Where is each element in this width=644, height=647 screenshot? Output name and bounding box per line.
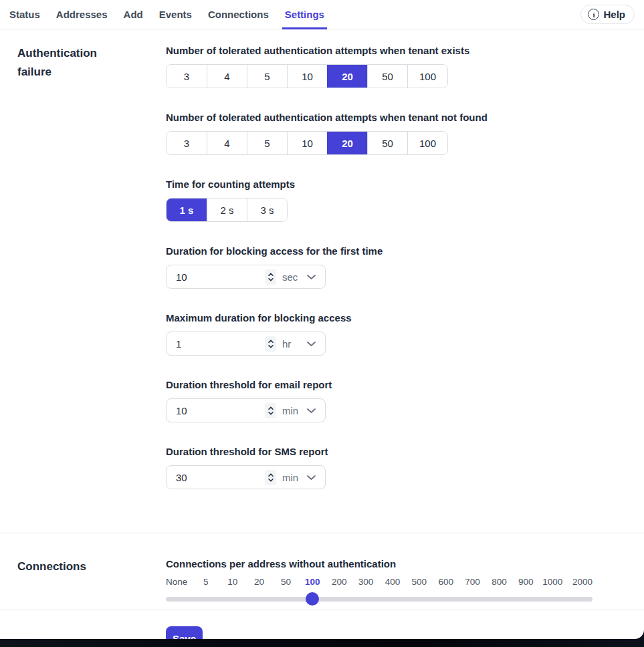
segment-option-10[interactable]: 10 xyxy=(287,65,327,88)
slider-tick-900[interactable]: 900 xyxy=(512,576,539,588)
top-nav: Status Addresses Add Events Connections … xyxy=(0,0,644,29)
stepper-icon[interactable] xyxy=(265,336,276,352)
slider-tick-none[interactable]: None xyxy=(166,576,193,588)
slider-tick-10[interactable]: 10 xyxy=(219,576,246,588)
label-sms-report: Duration threshold for SMS report xyxy=(166,445,644,459)
slider-tick-5[interactable]: 5 xyxy=(193,576,219,588)
group-tenant-exists: Number of tolerated authentication attem… xyxy=(166,44,644,88)
segment-option-3[interactable]: 3 xyxy=(167,132,207,154)
group-email-report: Duration threshold for email report min xyxy=(166,378,644,422)
section-heading-connections: Connections xyxy=(17,557,118,576)
info-circle-icon: i xyxy=(588,9,599,20)
sms-report-value-input[interactable] xyxy=(176,472,265,483)
segment-option-20[interactable]: 20 xyxy=(327,65,367,88)
segmented-counting-time: 1 s2 s3 s xyxy=(166,198,288,222)
slider-tick-50[interactable]: 50 xyxy=(273,576,300,588)
segment-option-5[interactable]: 5 xyxy=(247,132,287,154)
slider-tick-800[interactable]: 800 xyxy=(486,576,513,588)
help-button[interactable]: i Help xyxy=(580,5,635,24)
slider-tick-20[interactable]: 20 xyxy=(246,576,273,588)
group-counting-time: Time for counting attempts 1 s2 s3 s xyxy=(166,178,644,222)
segment-option-20[interactable]: 20 xyxy=(327,132,367,154)
slider-tick-2000[interactable]: 2000 xyxy=(566,576,593,588)
tab-addresses[interactable]: Addresses xyxy=(56,0,108,29)
segment-option-3[interactable]: 3 xyxy=(167,65,207,88)
tab-connections[interactable]: Connections xyxy=(208,0,269,29)
segment-option-100[interactable]: 100 xyxy=(407,65,447,88)
section-heading-authentication-failure: Authentication failure xyxy=(17,44,118,82)
label-email-report: Duration threshold for email report xyxy=(166,378,644,392)
segment-option-10[interactable]: 10 xyxy=(287,132,327,154)
block-max-value-input[interactable] xyxy=(176,338,265,350)
stepper-icon[interactable] xyxy=(265,403,276,418)
slider-tick-300[interactable]: 300 xyxy=(352,576,379,588)
group-block-max: Maximum duration for blocking access hr xyxy=(166,311,644,356)
segmented-tenant-not-found: 345102050100 xyxy=(166,131,448,155)
stepper-icon[interactable] xyxy=(265,269,276,285)
slider-tick-500[interactable]: 500 xyxy=(406,576,433,588)
segment-option-4[interactable]: 4 xyxy=(207,132,247,154)
label-tenant-not-found: Number of tolerated authentication attem… xyxy=(166,111,644,124)
segment-option-50[interactable]: 50 xyxy=(367,65,407,88)
tab-events[interactable]: Events xyxy=(159,0,192,29)
segment-option-100[interactable]: 100 xyxy=(407,132,447,154)
chevron-down-icon[interactable] xyxy=(306,341,316,347)
label-counting-time: Time for counting attempts xyxy=(166,178,644,191)
settings-page: Status Addresses Add Events Connections … xyxy=(0,0,644,639)
duration-field-email-report: min xyxy=(166,398,326,422)
tab-status[interactable]: Status xyxy=(9,0,40,29)
slider-tick-400[interactable]: 400 xyxy=(379,576,406,588)
sms-report-unit: min xyxy=(282,472,306,483)
segment-option-1-s[interactable]: 1 s xyxy=(167,199,207,221)
chevron-down-icon[interactable] xyxy=(306,274,316,280)
tab-settings[interactable]: Settings xyxy=(285,0,324,29)
segment-option-4[interactable]: 4 xyxy=(207,65,247,88)
slider-handle[interactable] xyxy=(306,592,319,606)
slider-tick-700[interactable]: 700 xyxy=(459,576,486,588)
duration-field-sms-report: min xyxy=(166,465,326,489)
duration-field-block-first: sec xyxy=(166,265,326,289)
help-label: Help xyxy=(603,9,625,20)
group-connections-per-address: Connections per address without authenti… xyxy=(166,557,644,606)
slider-tick-600[interactable]: 600 xyxy=(433,576,459,588)
segment-option-2-s[interactable]: 2 s xyxy=(207,199,247,221)
slider-tick-200[interactable]: 200 xyxy=(326,576,352,588)
save-button[interactable]: Save xyxy=(166,626,203,639)
block-max-unit: hr xyxy=(282,338,306,350)
label-tenant-exists: Number of tolerated authentication attem… xyxy=(166,44,644,57)
section-connections: Connections Connections per address with… xyxy=(0,533,644,610)
stepper-icon[interactable] xyxy=(265,470,276,485)
segmented-tenant-exists: 345102050100 xyxy=(166,64,448,88)
tab-add[interactable]: Add xyxy=(124,0,143,29)
email-report-value-input[interactable] xyxy=(176,405,265,416)
group-sms-report: Duration threshold for SMS report min xyxy=(166,445,644,489)
slider-tick-100[interactable]: 100 xyxy=(299,576,326,588)
email-report-unit: min xyxy=(282,405,306,416)
group-block-first: Duration for blocking access for the fir… xyxy=(166,245,644,289)
label-connections-per-address: Connections per address without authenti… xyxy=(166,557,644,571)
slider-tick-labels: None510205010020030040050060070080090010… xyxy=(166,576,593,588)
nav-tabs: Status Addresses Add Events Connections … xyxy=(9,0,324,29)
block-first-value-input[interactable] xyxy=(176,271,265,283)
chevron-down-icon[interactable] xyxy=(306,475,316,481)
slider-track[interactable] xyxy=(166,597,593,602)
block-first-unit: sec xyxy=(282,271,306,283)
label-block-max: Maximum duration for blocking access xyxy=(166,311,644,325)
connections-slider: None510205010020030040050060070080090010… xyxy=(166,576,593,606)
segment-option-50[interactable]: 50 xyxy=(367,132,407,154)
duration-field-block-max: hr xyxy=(166,332,326,356)
group-tenant-not-found: Number of tolerated authentication attem… xyxy=(166,111,644,155)
label-block-first: Duration for blocking access for the fir… xyxy=(166,245,644,258)
chevron-down-icon[interactable] xyxy=(306,408,316,414)
segment-option-5[interactable]: 5 xyxy=(247,65,287,88)
section-authentication-failure: Authentication failure Number of tolerat… xyxy=(0,29,644,533)
segment-option-3-s[interactable]: 3 s xyxy=(247,199,287,221)
slider-tick-1000[interactable]: 1000 xyxy=(539,576,566,588)
footer: Save xyxy=(0,610,644,639)
